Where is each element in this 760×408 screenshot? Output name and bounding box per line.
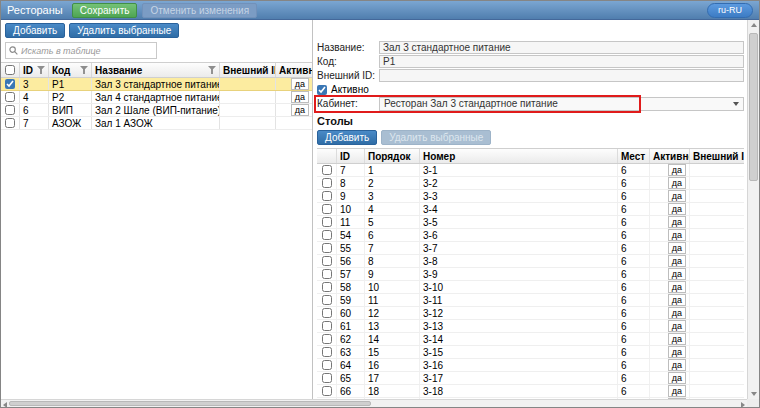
number-cell: 3-15 xyxy=(420,346,618,358)
row-checkbox[interactable] xyxy=(322,178,332,188)
vertical-scrollbar-thumb[interactable] xyxy=(749,33,758,181)
restaurant-row[interactable]: 7АЗОЖЗал 1 АЗОЖ xyxy=(1,117,312,130)
delete-selected-restaurants-button[interactable]: Удалить выбранные xyxy=(69,23,179,38)
filter-icon[interactable] xyxy=(37,66,45,74)
external-id-input[interactable] xyxy=(379,69,744,82)
row-checkbox[interactable] xyxy=(5,79,15,89)
code-column-header[interactable]: Код xyxy=(49,63,92,77)
table-search-input[interactable] xyxy=(21,46,153,56)
scroll-up-icon[interactable] xyxy=(751,23,757,27)
row-checkbox[interactable] xyxy=(5,105,15,115)
table-row[interactable]: 933-36да xyxy=(317,190,744,203)
scroll-down-icon[interactable] xyxy=(751,392,757,396)
row-checkbox[interactable] xyxy=(5,118,15,128)
seats-cell: 6 xyxy=(618,242,650,254)
content: Добавить Удалить выбранные ID Код Назван… xyxy=(1,20,747,399)
column-label: ID xyxy=(340,151,350,162)
tables-number-column-header[interactable]: Номер xyxy=(420,149,618,163)
id-cell: 54 xyxy=(337,229,365,241)
row-checkbox[interactable] xyxy=(5,92,15,102)
checkbox-cell xyxy=(317,307,337,319)
restaurant-row[interactable]: 4P2Зал 4 стандартное питаниеда xyxy=(1,91,312,104)
name-column-header[interactable]: Название xyxy=(92,63,220,77)
row-checkbox[interactable] xyxy=(322,217,332,227)
name-input[interactable] xyxy=(379,41,744,54)
tables-external-id-column-header[interactable]: Внешний ID xyxy=(690,149,744,163)
restaurant-row[interactable]: 3P1Зал 3 стандартное питаниеда xyxy=(1,78,312,91)
row-checkbox[interactable] xyxy=(322,386,332,396)
id-column-header[interactable]: ID xyxy=(20,63,49,77)
locale-button[interactable]: ru-RU xyxy=(707,3,753,18)
table-row[interactable]: 64163-166да xyxy=(317,359,744,372)
cabinet-dropdown[interactable]: Ресторан Зал 3 стандартное питание xyxy=(379,97,744,111)
code-cell: ВИП xyxy=(49,104,92,116)
table-row[interactable]: 63153-156да xyxy=(317,346,744,359)
row-checkbox[interactable] xyxy=(322,295,332,305)
table-row[interactable]: 1153-56да xyxy=(317,216,744,229)
table-row[interactable]: 5793-96да xyxy=(317,268,744,281)
id-cell: 4 xyxy=(20,91,49,103)
filter-icon[interactable] xyxy=(80,66,88,74)
order-cell: 6 xyxy=(365,229,420,241)
row-checkbox[interactable] xyxy=(322,230,332,240)
row-checkbox[interactable] xyxy=(322,243,332,253)
restaurant-row[interactable]: 6ВИПЗал 2 Шале (ВИП-питание)да xyxy=(1,104,312,117)
table-row[interactable]: 61133-136да xyxy=(317,320,744,333)
table-row[interactable]: 65173-176да xyxy=(317,372,744,385)
row-checkbox[interactable] xyxy=(322,347,332,357)
external-id-cell xyxy=(690,359,744,371)
add-table-button[interactable]: Добавить xyxy=(317,130,377,145)
table-row[interactable]: 59113-116да xyxy=(317,294,744,307)
row-checkbox[interactable] xyxy=(322,334,332,344)
table-row[interactable]: 823-26да xyxy=(317,177,744,190)
table-row[interactable]: 5683-86да xyxy=(317,255,744,268)
row-checkbox[interactable] xyxy=(322,282,332,292)
active-cell: да xyxy=(650,229,690,241)
table-row[interactable]: 58103-106да xyxy=(317,281,744,294)
tables-order-column-header[interactable]: Порядок xyxy=(365,149,420,163)
row-checkbox[interactable] xyxy=(322,165,332,175)
table-row[interactable]: 66183-186да xyxy=(317,385,744,398)
row-checkbox[interactable] xyxy=(322,360,332,370)
save-button[interactable]: Сохранить xyxy=(72,3,138,18)
active-cell: да xyxy=(650,216,690,228)
table-row[interactable]: 5573-76да xyxy=(317,242,744,255)
vertical-scrollbar[interactable] xyxy=(747,20,759,399)
search-box[interactable] xyxy=(5,42,157,59)
cancel-changes-button[interactable]: Отменить изменения xyxy=(142,3,257,18)
row-checkbox[interactable] xyxy=(322,373,332,383)
table-row[interactable]: 1043-46да xyxy=(317,203,744,216)
order-cell: 12 xyxy=(365,307,420,319)
add-restaurant-button[interactable]: Добавить xyxy=(5,23,65,38)
table-row[interactable]: 60123-126да xyxy=(317,307,744,320)
table-row[interactable]: 5463-66да xyxy=(317,229,744,242)
active-column-header[interactable]: Активно xyxy=(276,63,312,77)
row-checkbox[interactable] xyxy=(322,269,332,279)
checkbox-cell xyxy=(317,190,337,202)
external-id-cell xyxy=(690,346,744,358)
scroll-left-icon[interactable] xyxy=(3,402,7,408)
row-checkbox[interactable] xyxy=(322,321,332,331)
filter-icon[interactable] xyxy=(208,66,216,74)
scroll-right-icon[interactable] xyxy=(741,402,745,408)
row-checkbox[interactable] xyxy=(322,191,332,201)
horizontal-scrollbar-thumb[interactable] xyxy=(9,401,371,406)
table-row[interactable]: 62143-146да xyxy=(317,333,744,346)
id-cell: 11 xyxy=(337,216,365,228)
table-row[interactable]: 713-16да xyxy=(317,164,744,177)
tables-seats-column-header[interactable]: Мест xyxy=(618,149,650,163)
delete-selected-tables-button[interactable]: Удалить выбранные xyxy=(381,130,491,145)
active-badge: да xyxy=(668,164,686,176)
active-checkbox[interactable] xyxy=(317,85,327,95)
active-cell: да xyxy=(650,268,690,280)
active-badge: да xyxy=(668,229,686,241)
select-all-checkbox[interactable] xyxy=(5,65,15,75)
code-input[interactable] xyxy=(379,55,744,68)
tables-id-column-header[interactable]: ID xyxy=(337,149,365,163)
row-checkbox[interactable] xyxy=(322,308,332,318)
row-checkbox[interactable] xyxy=(322,204,332,214)
horizontal-scrollbar[interactable] xyxy=(1,399,747,407)
row-checkbox[interactable] xyxy=(322,256,332,266)
tables-active-column-header[interactable]: Активно xyxy=(650,149,690,163)
external-id-column-header[interactable]: Внешний ID xyxy=(220,63,276,77)
